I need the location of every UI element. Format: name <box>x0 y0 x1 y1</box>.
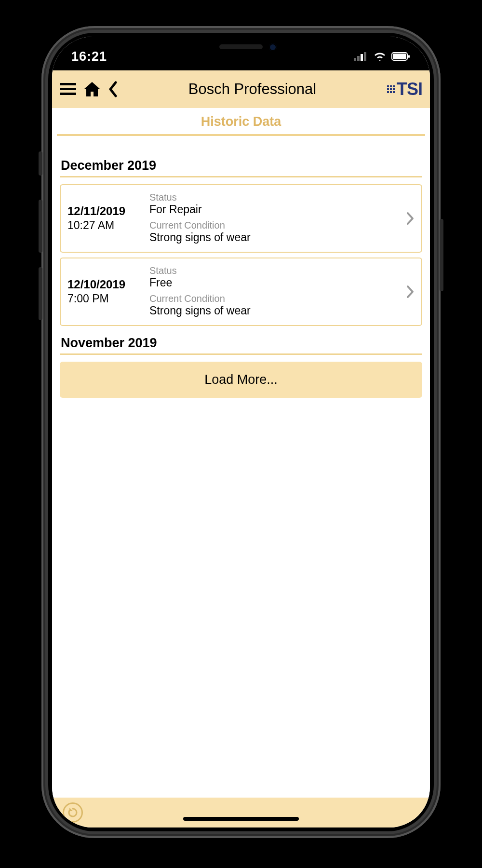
condition-label: Current Condition <box>149 293 415 304</box>
status-value: Free <box>149 276 415 289</box>
condition-value: Strong signs of wear <box>149 231 415 244</box>
svg-rect-9 <box>60 93 76 95</box>
load-more-button[interactable]: Load More... <box>60 362 422 398</box>
app-logo: TSI <box>387 79 422 99</box>
chevron-right-icon <box>406 285 415 299</box>
svg-rect-7 <box>60 83 76 85</box>
entry-time: 10:27 AM <box>67 219 149 232</box>
status-label: Status <box>149 192 415 203</box>
entry-date: 12/10/2019 <box>67 278 149 291</box>
battery-icon <box>391 52 411 61</box>
status-label: Status <box>149 265 415 276</box>
refresh-button[interactable] <box>63 802 83 823</box>
history-entry[interactable]: 12/10/2019 7:00 PM Status Free Current C… <box>60 258 422 326</box>
menu-icon[interactable] <box>60 82 76 96</box>
condition-label: Current Condition <box>149 220 415 231</box>
history-entry[interactable]: 12/11/2019 10:27 AM Status For Repair Cu… <box>60 184 422 253</box>
month-header: November 2019 <box>60 336 422 353</box>
status-time: 16:21 <box>71 49 107 64</box>
svg-rect-3 <box>364 52 366 61</box>
app-header: Bosch Professional TSI <box>52 70 430 108</box>
entry-date: 12/11/2019 <box>67 204 149 218</box>
status-value: For Repair <box>149 203 415 216</box>
phone-notch <box>169 37 313 57</box>
svg-rect-6 <box>408 55 410 58</box>
back-icon[interactable] <box>108 81 118 97</box>
home-indicator[interactable] <box>183 817 299 821</box>
bottom-bar <box>52 798 430 827</box>
page-title: Bosch Professional <box>118 81 387 98</box>
sub-header: Historic Data <box>52 108 430 141</box>
cellular-icon <box>354 52 368 61</box>
entry-time: 7:00 PM <box>67 292 149 305</box>
content-area[interactable]: December 2019 12/11/2019 10:27 AM Status… <box>52 141 430 798</box>
svg-rect-2 <box>361 54 363 61</box>
status-icons <box>354 52 411 61</box>
wifi-icon <box>373 52 387 61</box>
sub-header-title: Historic Data <box>52 114 430 129</box>
refresh-icon <box>67 807 79 818</box>
svg-rect-1 <box>357 56 360 61</box>
condition-value: Strong signs of wear <box>149 304 415 317</box>
chevron-right-icon <box>406 211 415 226</box>
month-header: December 2019 <box>60 158 422 176</box>
svg-rect-8 <box>60 88 76 90</box>
svg-rect-5 <box>393 54 406 59</box>
home-icon[interactable] <box>83 81 101 97</box>
svg-rect-0 <box>354 58 356 61</box>
